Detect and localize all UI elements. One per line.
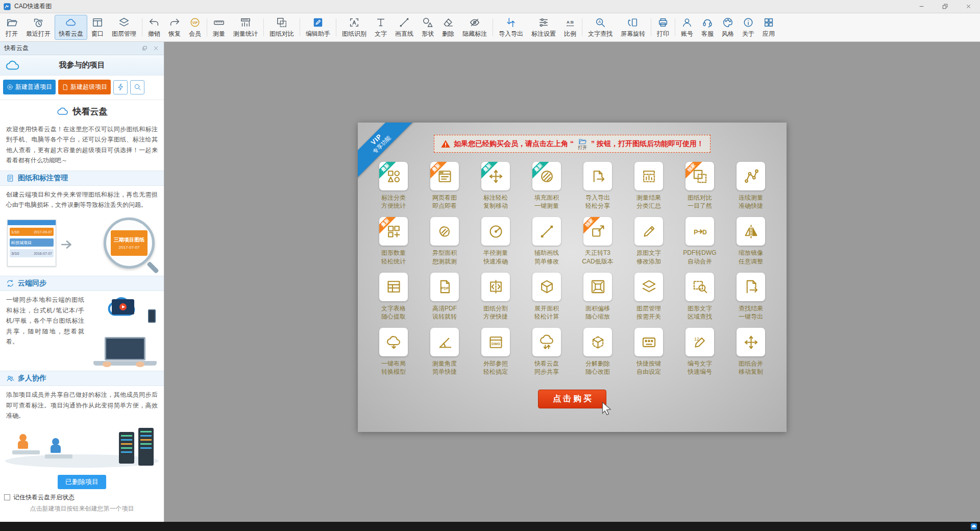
- account-icon: [681, 17, 693, 28]
- sync-button[interactable]: [113, 80, 128, 94]
- feature-item-31: 12编号文字快速编号: [674, 328, 725, 376]
- feature-label: 展开面积轻松计算: [534, 304, 559, 321]
- toolbar-button-draw-line[interactable]: 画直线: [391, 15, 418, 40]
- window-icon: [92, 17, 103, 28]
- toolbar-button-hide-annotation[interactable]: 隐藏标注: [458, 15, 491, 40]
- new-super-project-button[interactable]: 新建超级项目: [58, 80, 111, 94]
- text-icon: [375, 17, 386, 28]
- feature-item-7: 独家图纸对比一目了然: [674, 162, 725, 210]
- toolbar-separator: [675, 18, 675, 36]
- toolbar-button-text-search[interactable]: A文字查找: [584, 15, 617, 40]
- toolbar-button-about[interactable]: 关于: [738, 15, 758, 40]
- window-title: CAD快速看图: [14, 2, 52, 11]
- feature-item-27: DWG外部参照轻松搞定: [470, 328, 521, 376]
- exportdoc-icon: [590, 168, 606, 184]
- measure-icon: [213, 17, 225, 28]
- remember-state-row[interactable]: 记住快看云盘开启状态: [0, 491, 164, 504]
- feature-item-28: 快看云盘同步共享: [521, 328, 572, 376]
- apps-icon: [763, 17, 774, 28]
- toolbar-separator: [300, 18, 300, 36]
- feature-label: 图层管理按需开关: [636, 304, 661, 321]
- measure-stats-icon: [240, 17, 251, 28]
- toolbar-button-compare[interactable]: 图纸对比: [265, 15, 298, 40]
- toolbar-button-redo[interactable]: 恢复: [164, 15, 185, 40]
- countgrid-icon: [386, 224, 402, 239]
- toolbar-button-undo[interactable]: 撤销: [144, 15, 164, 40]
- feature-icon-box: [583, 328, 612, 356]
- close-button[interactable]: [957, 0, 980, 13]
- status-badge-icon[interactable]: [970, 523, 977, 530]
- new-normal-project-button[interactable]: 新建普通项目: [3, 80, 56, 94]
- feature-item-1: 最新标注分类方便统计: [368, 162, 419, 210]
- edit-assistant-icon: [312, 17, 324, 28]
- canvas-area[interactable]: VIP 专享功能 如果您已经购买会员，请点击左上角 “ 打开 ” 按钮，打开图纸…: [164, 42, 980, 522]
- remember-state-checkbox[interactable]: [4, 494, 10, 500]
- float-panel-icon[interactable]: [140, 44, 149, 53]
- toolbar-button-cloud-drive[interactable]: 快看云盘: [55, 15, 87, 40]
- toolbar-button-measure-stats[interactable]: 测量统计: [229, 15, 262, 40]
- toolbar-button-text[interactable]: 文字: [371, 15, 391, 40]
- warning-icon: [440, 139, 451, 149]
- toolbar-button-recent[interactable]: 最近打开: [22, 15, 55, 40]
- toolbar-button-delete[interactable]: 删除: [438, 15, 458, 40]
- search-button[interactable]: [130, 80, 144, 94]
- feature-item-12: 辅助画线简单修改: [521, 217, 572, 265]
- cloud-logo-icon: [5, 58, 20, 73]
- compare-icon: [692, 168, 708, 184]
- toolbar-button-vip[interactable]: VIP会员: [185, 15, 205, 40]
- window-controls: [910, 0, 980, 13]
- shape-icon: [422, 17, 433, 28]
- toolbar-button-scale[interactable]: A:B比例: [560, 15, 580, 40]
- feature-item-2: 最新网页看图即点即看: [419, 162, 470, 210]
- layers-icon: [641, 279, 657, 295]
- feature-icon-box: 最新: [532, 162, 561, 190]
- feature-icon-box: [379, 273, 408, 301]
- toolbar-button-annotation-settings[interactable]: 标注设置: [527, 15, 560, 40]
- illustration-annotation-management: 1/102017-09-07 科技城项目 3/102016-07-07 三期项目…: [6, 215, 158, 273]
- toolbar-button-service[interactable]: 客服: [697, 15, 718, 40]
- keypad-icon: [641, 334, 657, 350]
- about-icon: [743, 17, 754, 28]
- annotation-settings-icon: [538, 17, 549, 28]
- toolbar-separator: [207, 18, 207, 36]
- toolbar-button-recognize[interactable]: 图纸识别: [338, 15, 371, 40]
- toolbar-separator: [336, 18, 336, 36]
- toolbar-button-account[interactable]: 账号: [677, 15, 697, 40]
- toolbar-button-print[interactable]: 打印: [653, 15, 673, 40]
- hide-annotation-icon: [469, 17, 480, 28]
- panel-title: 快看云盘: [4, 44, 29, 53]
- cursor-icon: [599, 401, 614, 416]
- restore-button[interactable]: [933, 0, 957, 13]
- toolbar-button-style[interactable]: 风格: [718, 15, 738, 40]
- toolbar-button-window[interactable]: 窗口: [87, 15, 108, 40]
- toolbar-button-layer-manage[interactable]: 图层管理: [108, 15, 140, 40]
- toolbar-button-import-export[interactable]: 导入导出: [495, 15, 527, 40]
- toolbar-button-screen-rotate[interactable]: 屏幕旋转: [617, 15, 649, 40]
- buy-button[interactable]: 点击购买: [538, 390, 606, 408]
- feature-label: 分解删除随心改图: [585, 359, 610, 376]
- feature-icon-box: [737, 328, 765, 356]
- feature-item-25: 一键布局转换模型: [368, 328, 419, 376]
- close-panel-icon[interactable]: [152, 44, 160, 53]
- feature-icon-box: [634, 273, 663, 301]
- section-annotation-management: 图纸和标注管理: [0, 171, 164, 186]
- line-icon: [539, 224, 555, 239]
- minimize-button[interactable]: [910, 0, 933, 13]
- feature-label: 外部参照轻松搞定: [483, 359, 508, 376]
- toolbar-button-open[interactable]: 打开: [2, 15, 22, 40]
- toolbar-button-shape[interactable]: 形状: [418, 15, 438, 40]
- feature-label: 快看云盘同步共享: [534, 359, 559, 376]
- panel-header: 快看云盘: [0, 42, 164, 55]
- deleted-projects-button[interactable]: 已删除项目: [58, 475, 106, 489]
- toolbar-button-apps[interactable]: 应用: [758, 15, 779, 40]
- toolbar-button-edit-assistant[interactable]: 编辑助手: [302, 15, 334, 40]
- feature-item-30: 快捷按键自由设定: [623, 328, 674, 376]
- searcharea-icon: [692, 279, 708, 295]
- panel-content: 快看云盘 欢迎使用快看云盘！在这里您不仅可以同步图纸和标注到手机、电脑等各个平台…: [0, 99, 164, 522]
- svg-text:A: A: [598, 19, 601, 24]
- toolbar-button-measure[interactable]: 测量: [209, 15, 229, 40]
- toolbar-separator: [263, 18, 264, 36]
- service-icon: [702, 17, 713, 28]
- feature-item-17: 文字表格随心提取: [368, 273, 419, 321]
- feature-label: 编号文字快速编号: [688, 359, 712, 376]
